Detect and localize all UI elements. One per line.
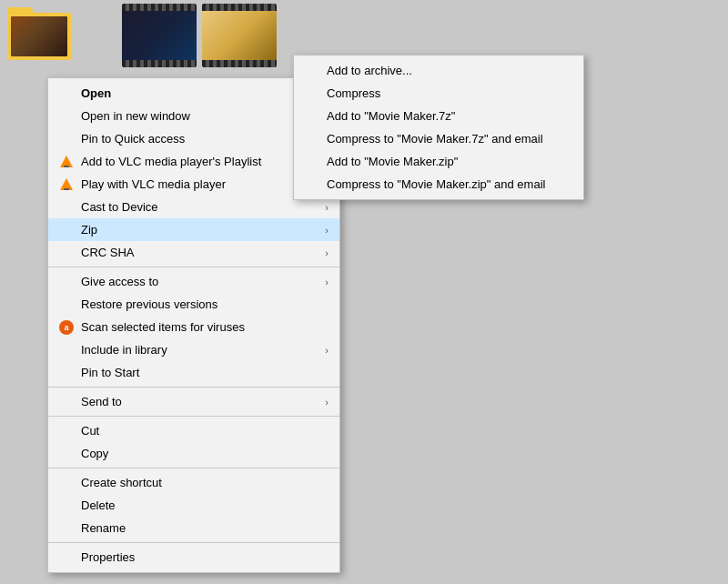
menu-item-delete[interactable]: Delete [48,494,339,517]
menu-separator-14 [48,416,339,417]
menu-item-label-open: Open [81,86,329,100]
submenu-arrow-include-library: › [325,345,329,356]
film-content-2 [202,11,277,60]
film-content-1 [122,11,197,60]
submenu-item-label-compress-7z-email: Compress to "Movie Maker.7z" and email [327,132,572,146]
folder-body [7,13,71,60]
submenu-item-compress[interactable]: Compress [294,82,583,105]
menu-item-label-crc-sha: CRC SHA [81,246,325,259]
menu-item-label-zip: Zip [81,223,325,237]
menu-separator-16 [48,468,339,468]
menu-item-label-delete: Delete [81,498,329,512]
menu-item-zip[interactable]: Zip› [48,218,339,241]
menu-item-label-include-library: Include in library [81,343,325,357]
menu-item-properties[interactable]: Properties [48,546,339,569]
menu-item-crc-sha[interactable]: CRC SHA› [48,241,339,264]
menu-item-label-give-access-to: Give access to [81,275,325,288]
menu-item-label-cast-to-device: Cast to Device [81,200,325,214]
menu-item-label-restore-prev: Restore previous versions [81,297,329,311]
submenu-item-label-add-7z: Add to "Movie Maker.7z" [327,109,572,123]
submenu-item-add-archive[interactable]: Add to archive... [294,59,583,82]
menu-separator-8 [48,267,339,267]
filmstrip-1 [122,4,197,67]
folder-thumbnail [11,16,67,56]
zip-submenu: Add to archive...CompressAdd to "Movie M… [293,55,584,200]
submenu-item-add-zip[interactable]: Add to "Movie Maker.zip" [294,150,583,173]
menu-item-label-pin-quick-access: Pin to Quick access [81,132,329,146]
filmstrip-area [118,0,280,71]
menu-separator-13 [48,387,339,388]
menu-item-label-rename: Rename [81,521,329,535]
menu-item-label-pin-start: Pin to Start [81,366,329,379]
submenu-arrow-zip: › [325,225,329,236]
menu-item-give-access-to[interactable]: Give access to› [48,270,339,293]
submenu-item-label-compress: Compress [327,86,572,100]
menu-item-pin-start[interactable]: Pin to Start [48,361,339,384]
menu-item-include-library[interactable]: Include in library› [48,338,339,361]
submenu-arrow-crc-sha: › [325,247,329,258]
filmstrip-2 [202,4,277,67]
menu-item-label-scan-viruses: Scan selected items for viruses [81,320,329,334]
folder-icon[interactable] [7,7,80,62]
svg-rect-1 [64,166,69,167]
vlc-icon [57,176,76,194]
submenu-arrow-give-access-to: › [325,277,329,287]
menu-item-restore-prev[interactable]: Restore previous versions [48,293,339,316]
menu-item-label-add-vlc-playlist: Add to VLC media player's Playlist [81,155,329,168]
menu-item-send-to[interactable]: Send to› [48,390,339,413]
menu-item-create-shortcut[interactable]: Create shortcut [48,471,339,494]
submenu-arrow-send-to: › [325,397,329,408]
menu-item-copy[interactable]: Copy [48,442,339,465]
svg-rect-3 [64,188,69,190]
submenu-item-label-add-zip: Add to "Movie Maker.zip" [327,155,572,168]
submenu-item-label-add-archive: Add to archive... [327,64,572,77]
vlc-icon [57,153,76,171]
submenu-item-add-7z[interactable]: Add to "Movie Maker.7z" [294,105,583,127]
submenu-item-label-compress-zip-email: Compress to "Movie Maker.zip" and email [327,177,572,191]
menu-item-scan-viruses[interactable]: aScan selected items for viruses [48,316,339,338]
avast-icon: a [57,318,76,337]
menu-item-label-create-shortcut: Create shortcut [81,476,329,489]
folder-thumbnail-inner [11,16,67,56]
desktop: OpenOpen in new windowPin to Quick acces… [0,0,728,584]
submenu-item-compress-7z-email[interactable]: Compress to "Movie Maker.7z" and email [294,127,583,150]
folder-image [7,7,71,60]
menu-item-label-play-vlc: Play with VLC media player [81,177,329,191]
menu-item-cut[interactable]: Cut [48,419,339,442]
menu-item-label-open-new-window: Open in new window [81,109,329,123]
submenu-item-compress-zip-email[interactable]: Compress to "Movie Maker.zip" and email [294,173,583,196]
menu-item-label-send-to: Send to [81,395,325,408]
menu-separator-19 [48,542,339,543]
menu-item-label-properties: Properties [81,550,329,564]
menu-item-label-copy: Copy [81,447,329,460]
menu-item-label-cut: Cut [81,424,329,438]
submenu-arrow-cast-to-device: › [325,202,329,213]
menu-item-rename[interactable]: Rename [48,517,339,539]
